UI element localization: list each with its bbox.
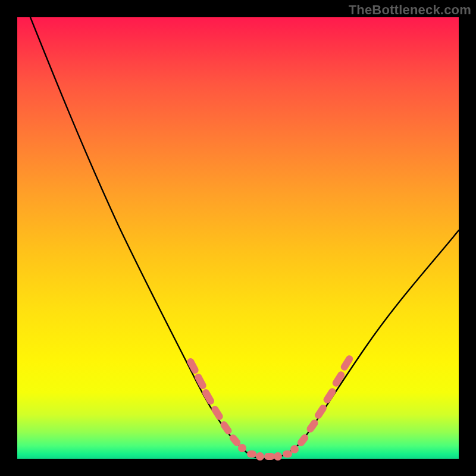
svg-point-6 (238, 444, 246, 452)
svg-rect-4 (219, 420, 233, 436)
watermark-text: TheBottleneck.com (349, 2, 471, 18)
markers-right (296, 354, 354, 447)
svg-rect-7 (247, 450, 256, 458)
curve-left (30, 17, 267, 459)
svg-point-10 (274, 452, 282, 461)
svg-rect-3 (210, 405, 224, 421)
svg-rect-2 (201, 388, 215, 406)
chart-frame: TheBottleneck.com (0, 0, 476, 476)
svg-rect-9 (264, 453, 275, 460)
plot-area (17, 17, 459, 459)
curve-svg (17, 17, 459, 459)
svg-rect-18 (339, 354, 354, 372)
curve-right (267, 230, 459, 459)
markers-left (186, 357, 242, 447)
svg-point-12 (290, 445, 299, 453)
svg-rect-16 (322, 387, 337, 405)
svg-rect-11 (283, 450, 292, 458)
svg-point-8 (256, 452, 264, 461)
